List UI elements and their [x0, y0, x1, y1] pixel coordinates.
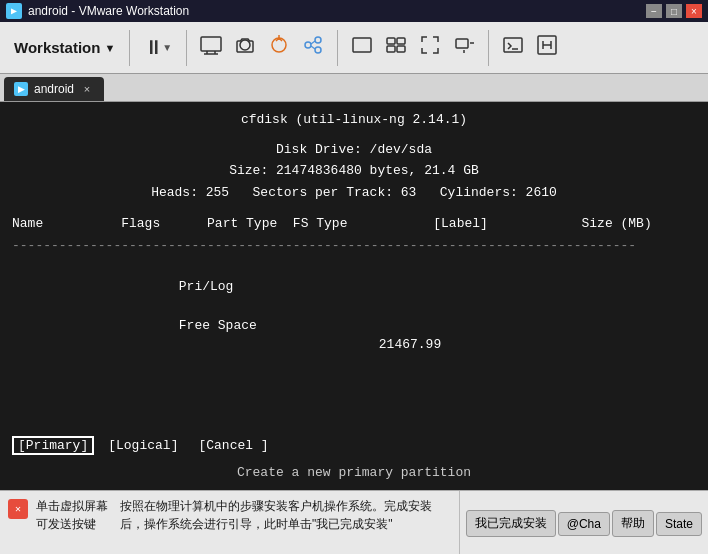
playback-controls: ⏸ ▼ — [138, 30, 178, 66]
svg-rect-12 — [397, 38, 405, 44]
minimize-button[interactable]: − — [646, 4, 662, 18]
console-button[interactable] — [497, 30, 529, 66]
screen-disk-drive: Disk Drive: /dev/sda — [12, 140, 696, 160]
partition-row: Pri/Log Free Space 21467.99 — [12, 257, 696, 374]
svg-point-6 — [315, 37, 321, 43]
snapshot-icon — [234, 34, 256, 61]
fullscreen-icon — [419, 34, 441, 61]
toolbar-divider-2 — [186, 30, 187, 66]
tab-bar: ▶ android × — [0, 74, 708, 102]
notification-line1: 单击虚拟屏幕 — [36, 497, 108, 515]
part-type-spacer — [179, 298, 202, 313]
svg-point-7 — [315, 47, 321, 53]
notification-line2: 可发送按键 — [36, 515, 108, 533]
workstation-dropdown-arrow: ▼ — [104, 42, 115, 54]
pause-arrow-icon: ▼ — [162, 42, 172, 53]
console-controls — [497, 30, 563, 66]
column-headers: Name Flags Part Type FS Type [Label] Siz… — [12, 214, 696, 234]
svg-point-5 — [305, 42, 311, 48]
svg-line-8 — [311, 41, 315, 44]
settings-icon — [536, 34, 558, 61]
tab-vm-icon: ▶ — [14, 82, 28, 96]
vm-settings-button[interactable] — [195, 30, 227, 66]
vm-settings-icon — [200, 34, 222, 61]
workstation-menu-button[interactable]: Workstation ▼ — [8, 35, 121, 60]
screen-size-info: Size: 21474836480 bytes, 21.4 GB — [12, 161, 696, 181]
snapshot-manager-icon — [302, 34, 324, 61]
toolbar-divider-1 — [129, 30, 130, 66]
state-button[interactable]: State — [656, 512, 702, 536]
settings-button[interactable] — [531, 30, 563, 66]
installation-instructions: 按照在物理计算机中的步骤安装客户机操作系统。完成安装后，操作系统会进行引导，此时… — [120, 499, 432, 531]
workstation-label: Workstation — [14, 39, 100, 56]
action-bar: [Primary] [Logical] [Cancel ] Create a n… — [12, 428, 696, 483]
notification-content: 单击虚拟屏幕 可发送按键 — [36, 497, 108, 533]
snapshot-button[interactable] — [229, 30, 261, 66]
snapshot-manager-button[interactable] — [297, 30, 329, 66]
complete-install-button[interactable]: 我已完成安装 — [466, 510, 556, 537]
tab-close-button[interactable]: × — [80, 82, 94, 96]
restore-snapshot-icon — [268, 34, 290, 61]
notification-icon: ✕ — [8, 499, 28, 519]
svg-rect-18 — [504, 38, 522, 52]
svg-rect-13 — [387, 46, 395, 52]
installation-text: 按照在物理计算机中的步骤安装客户机操作系统。完成安装后，操作系统会进行引导，此时… — [116, 497, 451, 533]
svg-rect-10 — [353, 38, 371, 52]
display-controls — [195, 30, 329, 66]
console-icon — [502, 34, 524, 61]
part-size: 21467.99 — [379, 337, 441, 352]
unity-view-icon — [385, 34, 407, 61]
action-buttons: [Primary] [Logical] [Cancel ] — [12, 436, 696, 455]
scaled-view-icon — [453, 34, 475, 61]
partition-table: Name Flags Part Type FS Type [Label] Siz… — [12, 214, 696, 374]
help-button[interactable]: 帮助 — [612, 510, 654, 537]
primary-btn[interactable]: [Primary] — [12, 436, 94, 455]
part-type: Pri/Log — [179, 279, 234, 294]
bottom-panel: ✕ 单击虚拟屏幕 可发送按键 按照在物理计算机中的步骤安装客户机操作系统。完成安… — [0, 490, 708, 554]
bottom-buttons: 我已完成安装 @Cha 帮助 State — [460, 491, 708, 554]
tab-label: android — [34, 82, 74, 96]
cancel-btn[interactable]: [Cancel ] — [192, 436, 274, 455]
title-bar: ▶ android - VMware Workstation − □ × — [0, 0, 708, 22]
pause-icon: ⏸ — [144, 36, 162, 59]
pause-button[interactable]: ⏸ ▼ — [138, 30, 178, 66]
notification-shortcut-text: 单击虚拟屏幕 可发送按键 — [36, 497, 108, 533]
chat-button[interactable]: @Cha — [558, 512, 610, 536]
screen-geometry: Heads: 255 Sectors per Track: 63 Cylinde… — [12, 183, 696, 203]
svg-rect-14 — [397, 46, 405, 52]
fullscreen-button[interactable] — [414, 30, 446, 66]
title-controls: − □ × — [646, 4, 702, 18]
toolbar: Workstation ▼ ⏸ ▼ — [0, 22, 708, 74]
scaled-view-button[interactable] — [448, 30, 480, 66]
title-text: android - VMware Workstation — [28, 4, 640, 18]
action-hint: Create a new primary partition — [12, 463, 696, 483]
svg-rect-15 — [456, 39, 468, 48]
fs-type: Free Space — [179, 318, 257, 333]
app-icon: ▶ — [6, 3, 22, 19]
restore-snapshot-button[interactable] — [263, 30, 295, 66]
android-tab[interactable]: ▶ android × — [4, 77, 104, 101]
close-button[interactable]: × — [686, 4, 702, 18]
toolbar-divider-3 — [337, 30, 338, 66]
logical-btn[interactable]: [Logical] — [102, 436, 184, 455]
maximize-button[interactable]: □ — [666, 4, 682, 18]
table-divider: ----------------------------------------… — [12, 236, 696, 256]
svg-point-4 — [240, 40, 250, 50]
svg-rect-0 — [201, 37, 221, 51]
vm-screen[interactable]: cfdisk (util-linux-ng 2.14.1) Disk Drive… — [0, 102, 708, 490]
screen-title: cfdisk (util-linux-ng 2.14.1) — [12, 110, 696, 130]
svg-rect-11 — [387, 38, 395, 44]
view-controls — [346, 30, 480, 66]
normal-view-button[interactable] — [346, 30, 378, 66]
svg-line-9 — [311, 46, 315, 49]
unity-view-button[interactable] — [380, 30, 412, 66]
notification-x-icon: ✕ — [15, 503, 21, 515]
toolbar-divider-4 — [488, 30, 489, 66]
normal-view-icon — [351, 34, 373, 61]
notification-area: ✕ 单击虚拟屏幕 可发送按键 按照在物理计算机中的步骤安装客户机操作系统。完成安… — [0, 491, 460, 554]
